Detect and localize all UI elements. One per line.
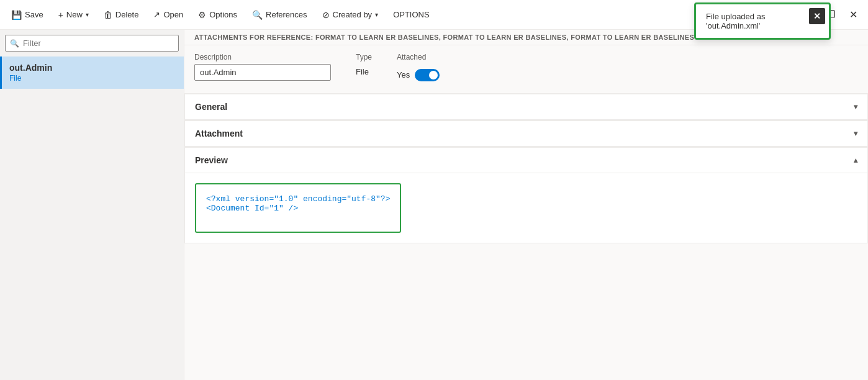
open-button[interactable]: ↗ Open: [147, 6, 189, 23]
notification-close-icon: ✕: [813, 11, 821, 21]
notification-message: File uploaded as: [706, 12, 804, 21]
open-icon: ↗: [153, 10, 160, 19]
toggle-knob: [429, 71, 438, 79]
filter-input[interactable]: [5, 35, 179, 52]
description-input[interactable]: [194, 64, 331, 81]
preview-box: <?xml version="1.0" encoding="utf-8"?> <…: [195, 183, 401, 233]
description-field: Description: [194, 53, 331, 81]
preview-section: Preview ▴ <?xml version="1.0" encoding="…: [184, 147, 868, 243]
type-label: Type: [356, 53, 372, 61]
sidebar-item[interactable]: out.Admin File: [0, 57, 184, 89]
notification-filename: 'out.Admin.xml': [706, 21, 804, 30]
type-value: File: [356, 64, 372, 79]
sidebar-list: out.Admin File: [0, 57, 184, 380]
main-layout: 🔍 out.Admin File ATTACHMENTS FOR REFEREN…: [0, 30, 868, 380]
preview-body: <?xml version="1.0" encoding="utf-8"?> <…: [185, 173, 867, 243]
new-icon: +: [58, 10, 63, 20]
attachment-chevron-icon: ▾: [854, 129, 857, 138]
preview-header[interactable]: Preview ▴: [185, 148, 867, 173]
content-area: ATTACHMENTS FOR REFERENCE: FORMAT TO LEA…: [184, 30, 868, 380]
general-header[interactable]: General ▾: [185, 94, 867, 120]
general-section: General ▾: [184, 94, 868, 120]
preview-line-1: <?xml version="1.0" encoding="utf-8"?>: [206, 194, 390, 204]
filter-icon: ⊘: [322, 10, 330, 20]
attachment-label: Attachment: [195, 129, 243, 138]
created-by-button[interactable]: ⊘ Created by ▾: [316, 6, 385, 24]
references-button[interactable]: 🔍 References: [246, 6, 313, 24]
close-icon: ✕: [849, 9, 857, 20]
general-chevron-icon: ▾: [854, 102, 857, 111]
general-label: General: [195, 102, 227, 112]
attached-value: Yes: [397, 67, 410, 83]
sidebar: 🔍 out.Admin File: [0, 30, 184, 380]
sidebar-item-title: out.Admin: [9, 63, 176, 73]
save-button[interactable]: 💾 Save: [5, 6, 50, 24]
created-by-dropdown-icon: ▾: [375, 11, 378, 18]
preview-label: Preview: [195, 155, 228, 165]
attachment-header[interactable]: Attachment ▾: [185, 121, 867, 147]
description-label: Description: [194, 53, 331, 61]
preview-chevron-icon: ▴: [854, 156, 857, 165]
attachment-section: Attachment ▾: [184, 120, 868, 147]
gear-icon: ⚙: [198, 10, 206, 20]
sections-scroll: General ▾ Attachment ▾ Preview ▴: [184, 94, 868, 380]
attached-label: Attached: [397, 53, 440, 61]
references-icon: 🔍: [252, 10, 263, 20]
notification-popup: ✕ File uploaded as 'out.Admin.xml': [694, 2, 831, 40]
new-dropdown-icon: ▾: [86, 11, 89, 18]
form-area: Description Type File Attached Yes: [184, 45, 868, 94]
type-field: Type File: [356, 53, 372, 79]
close-button[interactable]: ✕: [843, 5, 863, 25]
attached-toggle-container: Yes: [397, 64, 440, 86]
delete-icon: 🗑: [104, 10, 112, 20]
delete-button[interactable]: 🗑 Delete: [97, 6, 145, 24]
sidebar-item-subtitle: File: [9, 74, 176, 83]
filter-area: 🔍: [0, 30, 184, 57]
options-caps-button[interactable]: OPTIONS: [387, 6, 436, 23]
attached-toggle[interactable]: [415, 69, 440, 81]
options-button[interactable]: ⚙ Options: [192, 6, 243, 24]
filter-search-icon: 🔍: [10, 39, 19, 48]
notification-close-button[interactable]: ✕: [809, 8, 825, 24]
sections-wrapper: General ▾ Attachment ▾ Preview ▴: [184, 94, 868, 380]
save-icon: 💾: [11, 10, 22, 20]
new-button[interactable]: + New ▾: [52, 6, 95, 24]
attached-field: Attached Yes: [397, 53, 440, 86]
preview-line-2: <Document Id="1" />: [206, 204, 390, 213]
